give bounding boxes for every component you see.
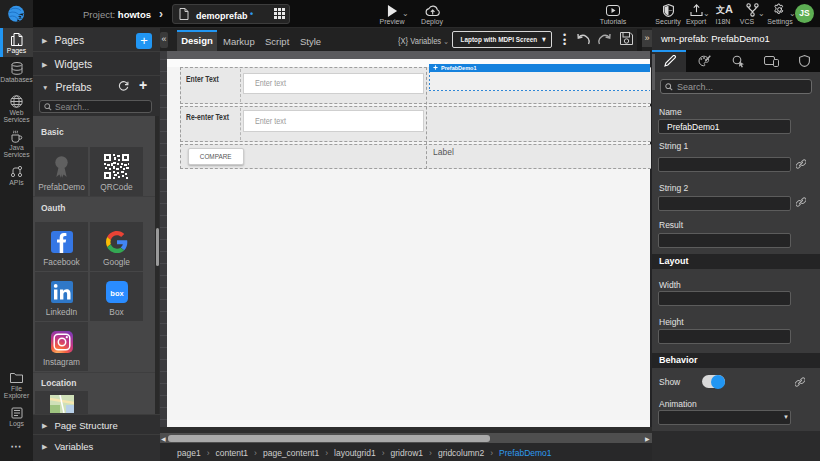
svg-text:box: box <box>110 289 124 298</box>
